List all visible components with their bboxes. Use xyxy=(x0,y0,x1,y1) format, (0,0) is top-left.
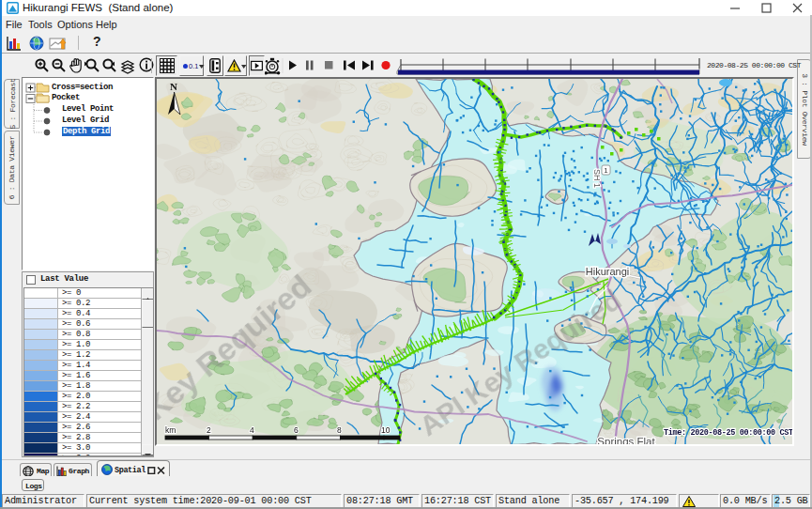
svg-text:N: N xyxy=(170,81,177,92)
svg-text:1: 1 xyxy=(604,166,608,175)
svg-text:6: 6 xyxy=(294,425,299,435)
svg-text:SH 1: SH 1 xyxy=(592,169,602,188)
svg-text:10: 10 xyxy=(381,425,391,435)
svg-text:Time: 2020-08-25 00:00:00 CST: Time: 2020-08-25 00:00:00 CST xyxy=(664,428,792,438)
svg-text:km: km xyxy=(165,425,176,435)
svg-text:Hikurangi: Hikurangi xyxy=(586,266,629,277)
svg-text:8: 8 xyxy=(337,425,342,435)
svg-text:4: 4 xyxy=(250,425,254,435)
svg-text:2: 2 xyxy=(207,425,211,435)
svg-text:Springs Flat: Springs Flat xyxy=(597,436,655,444)
